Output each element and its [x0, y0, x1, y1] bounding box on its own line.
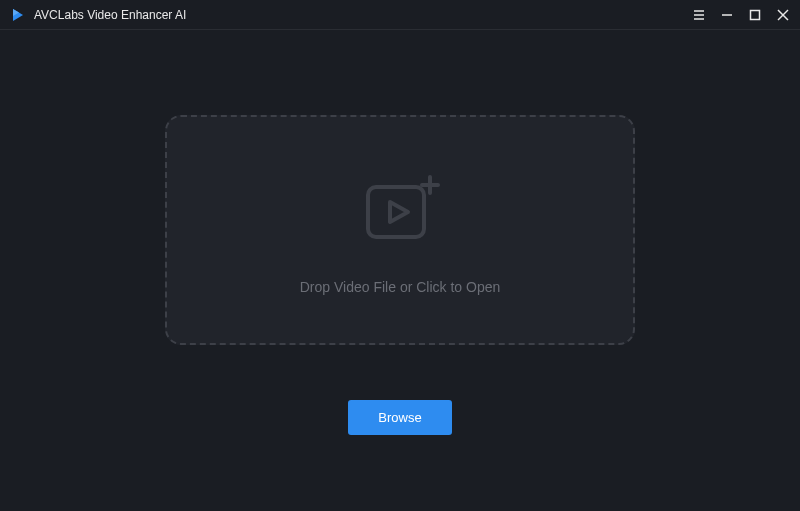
app-logo-icon	[10, 7, 26, 23]
titlebar-controls	[692, 8, 790, 22]
main-area: Drop Video File or Click to Open Browse	[0, 30, 800, 511]
app-title: AVCLabs Video Enhancer AI	[34, 8, 186, 22]
svg-rect-7	[368, 187, 424, 237]
svg-rect-4	[751, 10, 760, 19]
add-video-icon	[360, 175, 440, 249]
video-drop-zone[interactable]: Drop Video File or Click to Open	[165, 115, 635, 345]
browse-button[interactable]: Browse	[348, 400, 451, 435]
close-button[interactable]	[776, 8, 790, 22]
menu-button[interactable]	[692, 8, 706, 22]
maximize-button[interactable]	[748, 8, 762, 22]
titlebar-left: AVCLabs Video Enhancer AI	[10, 7, 186, 23]
minimize-button[interactable]	[720, 8, 734, 22]
drop-zone-prompt: Drop Video File or Click to Open	[300, 279, 501, 295]
titlebar: AVCLabs Video Enhancer AI	[0, 0, 800, 30]
